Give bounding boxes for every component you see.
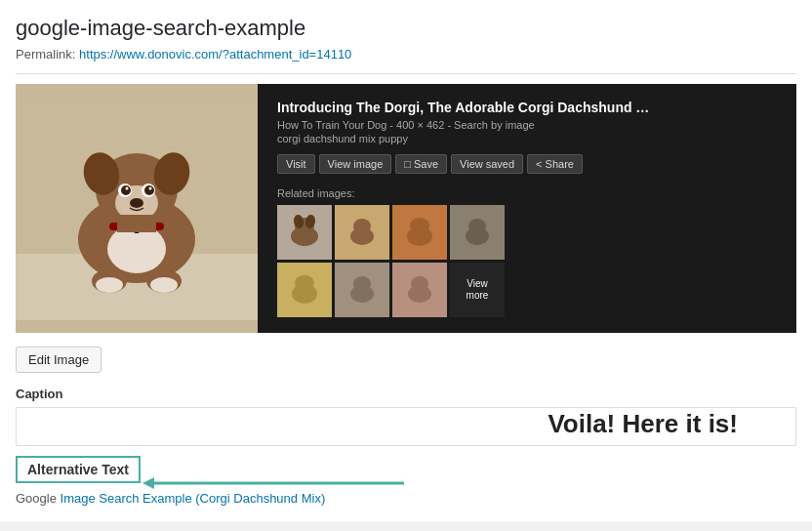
- google-result-sub2: corgi dachshund mix puppy: [277, 133, 777, 144]
- save-button[interactable]: □ Save: [395, 154, 447, 174]
- alt-text-link[interactable]: Image Search Example (Corgi Dachshund Mi…: [61, 491, 326, 506]
- alt-text-section-wrapper: Alternative Text: [16, 456, 796, 489]
- view-image-button[interactable]: View image: [319, 154, 392, 174]
- svg-point-18: [150, 277, 178, 293]
- related-thumb-6[interactable]: [335, 263, 389, 317]
- title-section: google-image-search-example Permalink: h…: [16, 16, 796, 74]
- view-saved-button[interactable]: View saved: [451, 154, 523, 174]
- svg-point-14: [130, 198, 143, 208]
- svg-point-29: [353, 219, 371, 234]
- svg-point-35: [468, 219, 486, 234]
- alt-text-prefix: Google: [16, 491, 61, 506]
- page-wrapper: google-image-search-example Permalink: h…: [0, 0, 812, 521]
- related-thumb-3[interactable]: [392, 205, 447, 260]
- view-more-thumb[interactable]: Viewmore: [450, 263, 505, 317]
- edit-image-button[interactable]: Edit Image: [16, 347, 102, 373]
- related-thumb-4[interactable]: [450, 205, 505, 260]
- related-images-grid: Viewmore: [277, 205, 777, 317]
- visit-button[interactable]: Visit: [277, 154, 315, 174]
- google-result-title: Introducing The Dorgi, The Adorable Corg…: [277, 100, 777, 115]
- svg-point-12: [126, 186, 129, 189]
- permalink: Permalink: https://www.donovic.com/?atta…: [16, 47, 796, 61]
- google-info-panel: Introducing The Dorgi, The Adorable Corg…: [258, 84, 796, 333]
- related-images-label: Related images:: [277, 187, 777, 199]
- svg-point-11: [144, 185, 154, 195]
- dog-image-container: [16, 84, 258, 333]
- related-thumb-7[interactable]: [392, 263, 447, 317]
- svg-point-10: [121, 185, 131, 195]
- page-title: google-image-search-example: [16, 16, 796, 41]
- caption-label: Caption: [16, 387, 796, 401]
- svg-point-38: [295, 275, 314, 291]
- alt-text-value: Google Image Search Example (Corgi Dachs…: [16, 491, 796, 506]
- related-thumb-5[interactable]: [277, 263, 332, 317]
- permalink-label: Permalink:: [16, 47, 75, 61]
- svg-point-44: [411, 276, 428, 292]
- svg-rect-21: [117, 215, 156, 232]
- share-button[interactable]: < Share: [527, 154, 583, 174]
- permalink-link[interactable]: https://www.donovic.com/?attachment_id=1…: [79, 47, 351, 61]
- related-thumb-2[interactable]: [335, 205, 389, 260]
- svg-point-17: [96, 277, 123, 293]
- svg-point-13: [149, 186, 152, 189]
- dog-image: [16, 98, 258, 320]
- annotation-arrow: [141, 446, 414, 495]
- caption-input[interactable]: [16, 407, 796, 446]
- google-result-subtitle: How To Train Your Dog - 400 × 462 - Sear…: [277, 119, 777, 131]
- related-thumb-1[interactable]: [277, 205, 332, 260]
- svg-point-41: [353, 276, 371, 292]
- alt-text-label: Alternative Text: [27, 462, 129, 477]
- google-action-buttons: Visit View image □ Save View saved < Sha…: [277, 154, 777, 174]
- svg-marker-47: [142, 477, 154, 489]
- alt-text-label-box: Alternative Text: [16, 456, 141, 483]
- svg-point-32: [410, 218, 429, 233]
- image-preview-panel: Introducing The Dorgi, The Adorable Corg…: [16, 84, 796, 333]
